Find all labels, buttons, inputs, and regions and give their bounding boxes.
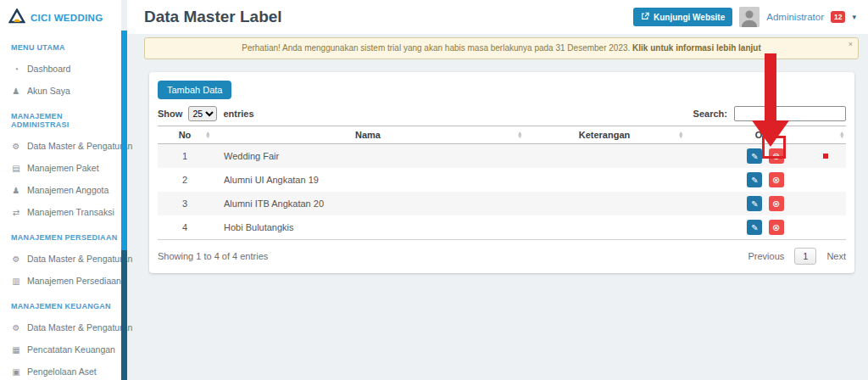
data-master-label-card: Tambah Data Show 25 entries Search: No ▴… bbox=[149, 72, 854, 273]
gears-icon: ⚙ bbox=[11, 254, 21, 264]
money-icon: ▦ bbox=[11, 345, 21, 355]
close-icon[interactable]: × bbox=[849, 40, 853, 48]
sort-icon[interactable]: ▴▾ bbox=[840, 131, 843, 138]
sidebar-item-data-master-administrasi[interactable]: ⚙ Data Master & Pengaturan bbox=[11, 141, 121, 151]
next-button[interactable]: Next bbox=[826, 251, 846, 261]
sidebar-item-label: Data Master & Pengaturan bbox=[27, 322, 132, 332]
trial-alert-link[interactable]: Klik untuk informasi lebih lanjut bbox=[632, 43, 761, 53]
user-menu[interactable]: Administrator bbox=[766, 12, 824, 22]
sidebar-item-data-master-keuangan[interactable]: ⚙ Data Master & Pengaturan bbox=[11, 322, 121, 332]
sidebar-item-label: Dashboard bbox=[27, 64, 70, 74]
sidebar-item-manajemen-persediaan[interactable]: ▥ Manajemen Persediaan bbox=[11, 276, 121, 286]
table-row: 4 Hobi Bulutangkis ✎ ⊗ bbox=[158, 215, 846, 240]
sidebar-item-label: Manajemen Transaksi bbox=[27, 207, 114, 217]
dashboard-icon: ◔ bbox=[11, 64, 21, 74]
pagination: Previous 1 Next bbox=[748, 248, 846, 265]
delete-button[interactable]: ⊗ bbox=[769, 196, 784, 211]
column-header-keterangan[interactable]: Keterangan ▴▾ bbox=[524, 126, 685, 144]
trial-alert-text: Perhatian! Anda menggunakan sistem trial… bbox=[145, 38, 858, 59]
page-length-control: Show 25 entries bbox=[158, 106, 254, 121]
sidebar-section-menu-utama: MENU UTAMA bbox=[11, 43, 121, 52]
annotation-highlight-rect bbox=[762, 136, 786, 159]
page-length-select[interactable]: 25 bbox=[188, 106, 217, 121]
sort-icon[interactable]: ▴▾ bbox=[679, 131, 682, 138]
sidebar-section-manajemen-administrasi: MANAJEMEN ADMINISTRASI bbox=[11, 112, 121, 129]
book-icon: ▤ bbox=[11, 164, 21, 173]
cell-no: 3 bbox=[158, 192, 212, 215]
sidebar-item-label: Manajemen Anggota bbox=[27, 185, 108, 195]
sidebar-item-data-master-persediaan[interactable]: ⚙ Data Master & Pengaturan bbox=[11, 254, 121, 264]
page-1-button[interactable]: 1 bbox=[794, 248, 816, 265]
pencil-icon: ✎ bbox=[751, 176, 758, 185]
sidebar-scrollbar-track[interactable] bbox=[121, 31, 127, 380]
chevron-down-icon[interactable]: ▾ bbox=[852, 13, 856, 21]
cell-no: 1 bbox=[158, 144, 212, 169]
column-header-nama[interactable]: Nama ▴▾ bbox=[212, 126, 524, 144]
avatar[interactable] bbox=[739, 7, 760, 27]
search-label: Search: bbox=[693, 109, 727, 119]
sidebar-item-label: Pencatatan Keuangan bbox=[27, 344, 115, 355]
annotation-dot bbox=[823, 154, 828, 159]
edit-button[interactable]: ✎ bbox=[747, 220, 762, 235]
search-input[interactable] bbox=[734, 106, 846, 121]
brand-name: CICI WEDDING bbox=[31, 13, 103, 23]
cell-keterangan bbox=[524, 168, 685, 192]
sidebar-scrollbar-thumb[interactable] bbox=[121, 31, 127, 250]
cell-no: 4 bbox=[158, 215, 212, 240]
sidebar-item-label: Akun Saya bbox=[27, 86, 70, 96]
table-info: Showing 1 to 4 of 4 entries bbox=[158, 251, 268, 261]
add-data-button[interactable]: Tambah Data bbox=[158, 81, 231, 99]
sort-icon[interactable]: ▴▾ bbox=[518, 131, 521, 138]
pencil-icon: ✎ bbox=[751, 223, 758, 232]
delete-circle-icon: ⊗ bbox=[772, 222, 780, 233]
cell-nama: Wedding Fair bbox=[212, 144, 524, 169]
sort-icon[interactable]: ▴▾ bbox=[206, 131, 209, 138]
annotation-arrow-shaft bbox=[765, 53, 776, 121]
delete-button[interactable]: ⊗ bbox=[769, 220, 784, 235]
table-row: 2 Alumni UI Angkatan 19 ✎ ⊗ bbox=[158, 168, 846, 192]
sidebar-item-manajemen-paket[interactable]: ▤ Manajemen Paket bbox=[11, 163, 121, 173]
sidebar-item-label: Pengelolaan Aset bbox=[27, 366, 97, 377]
entries-label: entries bbox=[223, 109, 253, 119]
column-header-no[interactable]: No ▴▾ bbox=[158, 126, 212, 144]
cell-nama: Alumni ITB Angkatan 20 bbox=[212, 192, 524, 215]
cell-opsi: ✎ ⊗ bbox=[685, 192, 846, 215]
sidebar-item-pengelolaan-aset[interactable]: ▣ Pengelolaan Aset bbox=[11, 366, 121, 377]
delete-circle-icon: ⊗ bbox=[772, 175, 780, 186]
cell-opsi: ✎ ⊗ bbox=[685, 168, 846, 192]
sidebar-item-label: Data Master & Pengaturan bbox=[27, 141, 132, 151]
delete-button[interactable]: ⊗ bbox=[769, 172, 784, 187]
cell-nama: Alumni UI Angkatan 19 bbox=[212, 168, 524, 192]
sidebar-item-manajemen-anggota[interactable]: ♟ Manajemen Anggota bbox=[11, 185, 121, 195]
previous-button[interactable]: Previous bbox=[748, 251, 784, 261]
brand-logo[interactable]: CICI WEDDING bbox=[0, 0, 121, 27]
cell-keterangan bbox=[524, 192, 685, 215]
sidebar-item-label: Manajemen Paket bbox=[27, 163, 99, 173]
cell-no: 2 bbox=[158, 168, 212, 192]
cart-icon: ⇄ bbox=[11, 208, 21, 217]
edit-button[interactable]: ✎ bbox=[747, 172, 762, 187]
triangle-logo-icon bbox=[8, 8, 25, 27]
top-header: Data Master Label Kunjungi Website Admin… bbox=[127, 0, 868, 34]
table-header-row: No ▴▾ Nama ▴▾ Keterangan ▴▾ Opsi ▴▾ bbox=[158, 126, 846, 144]
table-row: 1 Wedding Fair ✎ ⊗ bbox=[158, 144, 846, 169]
gears-icon: ⚙ bbox=[11, 142, 21, 151]
edit-button[interactable]: ✎ bbox=[747, 148, 762, 164]
sidebar-section-manajemen-keuangan: MANAJEMEN KEUANGAN bbox=[11, 302, 121, 310]
page-title: Data Master Label bbox=[144, 8, 282, 26]
sidebar-item-akun-saya[interactable]: ♟ Akun Saya bbox=[11, 86, 121, 96]
table-footer: Showing 1 to 4 of 4 entries Previous 1 N… bbox=[158, 248, 846, 265]
sidebar-item-pencatatan-keuangan[interactable]: ▦ Pencatatan Keuangan bbox=[11, 344, 121, 355]
sidebar-item-dashboard[interactable]: ◔ Dashboard bbox=[11, 64, 121, 74]
visit-website-button[interactable]: Kunjungi Website bbox=[633, 8, 732, 26]
gears-icon: ⚙ bbox=[11, 323, 21, 332]
sidebar-nav: MENU UTAMA ◔ Dashboard ♟ Akun Saya MANAJ… bbox=[0, 43, 121, 380]
header-controls: Kunjungi Website Administrator 12 ▾ bbox=[633, 7, 856, 27]
external-link-icon bbox=[641, 12, 649, 22]
cell-opsi: ✎ ⊗ bbox=[685, 215, 846, 240]
notification-badge[interactable]: 12 bbox=[831, 11, 845, 23]
sidebar-item-manajemen-transaksi[interactable]: ⇄ Manajemen Transaksi bbox=[11, 207, 121, 217]
sidebar: CICI WEDDING MENU UTAMA ◔ Dashboard ♟ Ak… bbox=[0, 0, 121, 380]
sidebar-item-label: Data Master & Pengaturan bbox=[27, 254, 132, 264]
edit-button[interactable]: ✎ bbox=[747, 196, 762, 211]
